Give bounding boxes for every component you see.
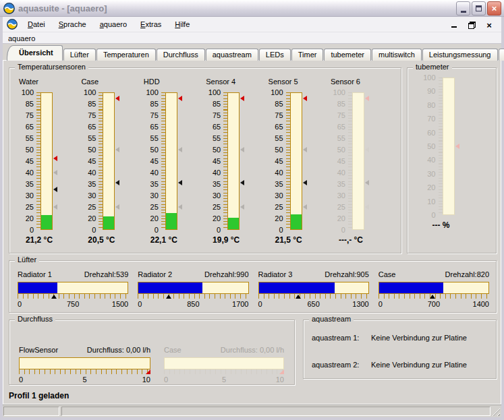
scale-label: 20 xyxy=(144,214,159,222)
mdi-window-controls: × xyxy=(449,20,499,29)
maximize-button[interactable] xyxy=(472,1,486,16)
threshold-marker-gray[interactable] xyxy=(115,204,119,210)
setpoint-marker[interactable] xyxy=(166,295,171,299)
threshold-marker-gray[interactable] xyxy=(240,204,244,210)
gauge: 1008575655550454035302520021,2 °C xyxy=(19,92,59,245)
threshold-marker-gray[interactable] xyxy=(178,147,182,152)
scale-label: 35 xyxy=(331,180,345,188)
threshold-marker-black[interactable] xyxy=(240,180,244,185)
threshold-marker-red[interactable] xyxy=(178,96,182,101)
gauge-markers xyxy=(53,92,59,230)
threshold-marker-red[interactable] xyxy=(303,96,307,101)
minimize-button[interactable] xyxy=(456,1,470,16)
limit-marker[interactable] xyxy=(279,369,284,374)
temp-gauge-case: Case1008575655550454035302520020,5 °C xyxy=(81,78,143,245)
fan-gauge-value: Drehzahl:820 xyxy=(445,270,489,280)
tab-lufter[interactable]: Lüfter xyxy=(63,49,96,61)
threshold-marker-gray[interactable] xyxy=(303,204,307,210)
threshold-marker-red[interactable] xyxy=(53,156,57,161)
tab-multiswitch[interactable]: multiswitch xyxy=(372,49,422,61)
tab-ubersicht[interactable]: Übersicht xyxy=(7,45,63,61)
gauge-name: Sensor 4 xyxy=(206,78,268,88)
threshold-marker-palegray[interactable] xyxy=(365,204,369,210)
tab-tubemeter[interactable]: tubemeter xyxy=(324,49,371,61)
threshold-marker-palered[interactable] xyxy=(365,96,369,101)
scale-label: 20 xyxy=(206,214,221,222)
close-button[interactable]: × xyxy=(487,1,501,16)
setpoint-marker[interactable] xyxy=(430,295,435,299)
threshold-marker-gray[interactable] xyxy=(53,204,57,210)
threshold-marker-red[interactable] xyxy=(240,96,244,101)
client-area: DateiSpracheaquaeroExtrasHilfe × aquaero… xyxy=(3,17,501,417)
resize-grip[interactable] xyxy=(491,407,500,416)
menu-item-datei[interactable]: Datei xyxy=(23,19,50,30)
tab-leds[interactable]: LEDs xyxy=(259,49,291,61)
threshold-marker-gray[interactable] xyxy=(240,147,244,152)
scale-label: 50 xyxy=(206,146,221,154)
threshold-marker-palegray[interactable] xyxy=(365,147,369,152)
setpoint-marker[interactable] xyxy=(51,295,57,299)
menu-item-sprache[interactable]: Sprache xyxy=(54,19,91,30)
threshold-marker-red[interactable] xyxy=(115,96,119,101)
scale-label: 700 xyxy=(428,300,440,308)
scale-label: 35 xyxy=(19,180,34,188)
scale-label: 20 xyxy=(269,214,283,222)
threshold-marker-black[interactable] xyxy=(303,180,307,185)
threshold-marker-gray[interactable] xyxy=(365,180,369,185)
tab-durchfluss[interactable]: Durchfluss xyxy=(157,49,205,61)
scale-label: 50 xyxy=(421,142,436,150)
titlebar[interactable]: aquasuite - [aquaero] × xyxy=(0,0,504,17)
scale-label: 20 xyxy=(331,214,345,222)
groupbox-durchfluss: Durchfluss FlowSensorDurchfluss: 0,00 l/… xyxy=(9,320,295,385)
gauge-value: 22,1 °C xyxy=(144,235,184,245)
scale-label: 25 xyxy=(331,203,345,211)
gauge-ticks xyxy=(19,369,150,374)
scale-label: 45 xyxy=(331,157,345,165)
tab-aquastream[interactable]: aquastream xyxy=(206,49,258,61)
tab-temperaturen[interactable]: Temperaturen xyxy=(96,49,156,61)
flow-gauge-value: Durchfluss: 0,00 l/h xyxy=(87,346,150,355)
scale-label: 40 xyxy=(421,156,436,164)
flow-gauge-name: FlowSensor xyxy=(19,346,58,355)
menubar: DateiSpracheaquaeroExtrasHilfe × xyxy=(3,17,501,32)
mdi-close-button[interactable]: × xyxy=(484,20,495,29)
scale-label: 75 xyxy=(144,111,159,119)
gauge-fill xyxy=(379,282,443,293)
temperature-gauges: Water1008575655550454035302520021,2 °CCa… xyxy=(9,68,401,245)
threshold-marker-gray[interactable] xyxy=(53,170,57,175)
overview-tab-page: Temperatursensoren Water1008575655550454… xyxy=(3,60,501,404)
threshold-marker-palered[interactable] xyxy=(455,144,459,149)
gauge-header: Radiator 3Drehzahl:905 xyxy=(258,270,369,280)
menu-item-hilfe[interactable]: Hilfe xyxy=(170,19,194,30)
mdi-minimize-button[interactable] xyxy=(449,20,459,29)
gauge-body: 10085756555504540353025200 xyxy=(81,92,121,230)
gauge-value: 21,2 °C xyxy=(19,235,59,245)
threshold-marker-gray[interactable] xyxy=(303,147,307,152)
scale-label: 1500 xyxy=(112,300,128,308)
mdi-restore-button[interactable] xyxy=(466,20,477,29)
tab-timer[interactable]: Timer xyxy=(291,49,324,61)
limit-marker[interactable] xyxy=(146,369,150,374)
threshold-marker-black[interactable] xyxy=(53,187,57,192)
scale-label: 75 xyxy=(331,111,345,119)
statusbar-cell xyxy=(3,407,59,416)
gauge-scale: 10085756555504540353025200 xyxy=(19,88,36,234)
scale-label: 40 xyxy=(331,169,345,177)
tab-leistungsmessung[interactable]: Leistungsmessung xyxy=(422,49,498,61)
scale-label: 90 xyxy=(421,87,436,95)
gauge: 1009080706050403020100--- % xyxy=(421,78,461,230)
menu-item-extras[interactable]: Extras xyxy=(136,19,166,30)
scale-label: 35 xyxy=(144,180,159,188)
threshold-marker-black[interactable] xyxy=(115,180,119,185)
threshold-marker-black[interactable] xyxy=(178,180,182,185)
threshold-marker-gray[interactable] xyxy=(115,147,119,152)
groupbox-title: Temperatursensoren xyxy=(15,63,88,71)
menu-access-key: a xyxy=(100,20,104,28)
groupbox-title: Durchfluss xyxy=(15,315,55,324)
scale-label: 40 xyxy=(144,169,159,177)
tab-d[interactable]: D xyxy=(499,49,504,61)
gauge-name: Case xyxy=(81,78,143,88)
threshold-marker-gray[interactable] xyxy=(178,204,182,210)
setpoint-marker[interactable] xyxy=(296,295,301,299)
menu-item-aquaero[interactable]: aquaero xyxy=(95,19,132,30)
